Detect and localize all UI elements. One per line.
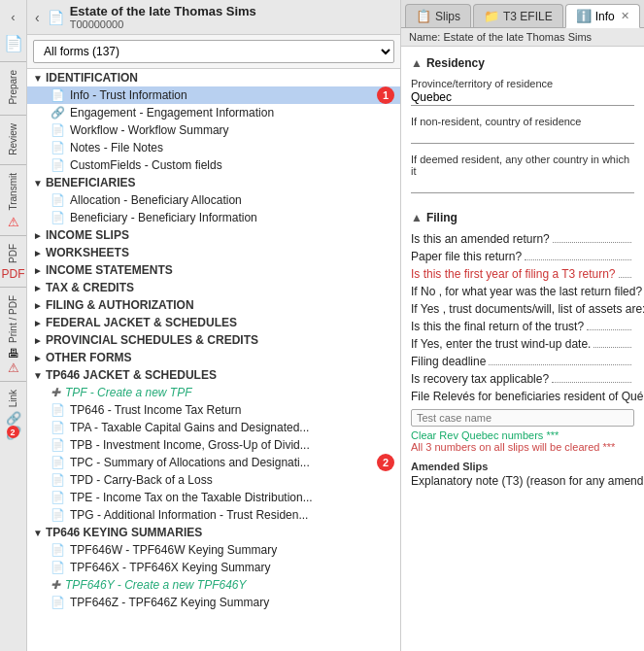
doc-icon: 📄: [4, 31, 23, 55]
province-field: Province/territory of residence Quebec: [411, 78, 634, 106]
test-case-input[interactable]: [411, 409, 634, 427]
row-recovery-tax[interactable]: Is recovery tax applicable?: [411, 372, 634, 386]
section-tp646-keying[interactable]: ▼ TP646 KEYING SUMMARIES: [27, 524, 400, 541]
tree-item-tpb[interactable]: 📄 TPB - Investment Income, Gross-Up of D…: [27, 436, 400, 454]
tp646-icon: 📄: [51, 403, 65, 417]
amended-return-dots: [553, 233, 631, 243]
section-beneficiaries-label: BENEFICIARIES: [46, 176, 136, 189]
section-filing-auth[interactable]: ► FILING & AUTHORIZATION: [27, 296, 400, 314]
sidebar-label-pdf[interactable]: PDF: [6, 240, 20, 267]
tab-slips[interactable]: 📋 Slips: [405, 4, 471, 27]
estate-title: Estate of the late Thomas Sims: [70, 4, 256, 18]
right-content: ▲ Residency Province/territory of reside…: [401, 47, 644, 651]
tree-item-tpg[interactable]: 📄 TPG - Additional Information - Trust R…: [27, 506, 400, 524]
tree-item-tpf646w[interactable]: 📄 TPF646W - TPF646W Keying Summary: [27, 541, 400, 559]
section-tax-credits-label: TAX & CREDITS: [46, 281, 134, 294]
tpf646x-label: TPF646X - TPF646X Keying Summary: [70, 561, 271, 574]
sidebar-label-prepare[interactable]: Prepare: [6, 66, 20, 109]
form-select[interactable]: All forms (137): [33, 40, 394, 63]
estate-id: T00000000: [70, 18, 256, 30]
section-beneficiaries[interactable]: ▼ BENEFICIARIES: [27, 174, 400, 191]
tpc-badge-2: 2: [377, 454, 394, 471]
arrow-income-slips: ►: [33, 230, 43, 241]
yes-wind-up-label: If Yes, enter the trust wind-up date.: [411, 337, 591, 351]
tree-item-tpc[interactable]: 📄 TPC - Summary of Allocations and Desig…: [27, 454, 400, 471]
row-amended-return[interactable]: Is this an amended return?: [411, 232, 634, 246]
section-other-forms[interactable]: ► OTHER FORMS: [27, 349, 400, 366]
row-paper-file[interactable]: Paper file this return?: [411, 250, 634, 263]
section-provincial-schedules-label: PROVINCIAL SCHEDULES & CREDITS: [46, 333, 258, 347]
nonresident-value[interactable]: [411, 128, 634, 144]
tree-item-notes[interactable]: 📄 Notes - File Notes: [27, 139, 400, 156]
tree-item-tpe[interactable]: 📄 TPE - Income Tax on the Taxable Distri…: [27, 489, 400, 506]
info-trust-label: Info - Trust Information: [70, 88, 187, 102]
tree-item-customfields[interactable]: 📄 CustomFields - Custom fields: [27, 156, 400, 174]
filing-deadline-label: Filing deadline: [411, 355, 486, 368]
residency-title: Residency: [426, 56, 485, 70]
section-tax-credits[interactable]: ► TAX & CREDITS: [27, 279, 400, 296]
section-tp646-jacket[interactable]: ▼ TP646 JACKET & SCHEDULES: [27, 366, 400, 384]
main-area: ‹ 📄 Estate of the late Thomas Sims T0000…: [27, 0, 644, 651]
row-yes-wind-up[interactable]: If Yes, enter the trust wind-up date.: [411, 337, 634, 351]
arrow-tax-credits: ►: [33, 283, 43, 293]
workflow-icon: 📄: [51, 123, 65, 137]
row-no-last-year[interactable]: If No , for what year was the last retur…: [411, 285, 634, 298]
tpf646z-label: TPF646Z - TPF646Z Keying Summary: [70, 596, 269, 609]
collapse-btn[interactable]: ‹: [1, 4, 26, 29]
filing-arrow: ▲: [411, 211, 423, 224]
arrow-tp646-jacket: ▼: [33, 370, 43, 381]
final-return-dots: [587, 321, 631, 330]
deemed-resident-label: If deemed resident, any other country in…: [411, 154, 634, 177]
row-filing-deadline[interactable]: Filing deadline: [411, 355, 634, 368]
section-identification[interactable]: ▼ IDENTIFICATION: [27, 69, 400, 86]
row-first-year[interactable]: Is this the first year of filing a T3 re…: [411, 267, 634, 281]
notes-label: Notes - File Notes: [70, 141, 163, 154]
section-tp646-keying-label: TP646 KEYING SUMMARIES: [46, 526, 202, 539]
tree-item-engagement[interactable]: 🔗 Engagement - Engagement Information: [27, 104, 400, 121]
paper-file-label: Paper file this return?: [411, 250, 522, 263]
tab-info[interactable]: ℹ️ Info ✕: [565, 4, 640, 28]
tree-item-allocation[interactable]: 📄 Allocation - Beneficiary Allocation: [27, 191, 400, 209]
section-federal-jacket[interactable]: ► FEDERAL JACKET & SCHEDULES: [27, 314, 400, 331]
tab-info-close[interactable]: ✕: [621, 10, 629, 22]
tree-item-beneficiary[interactable]: 📄 Beneficiary - Beneficiary Information: [27, 209, 400, 226]
tree-item-tpf-create[interactable]: ✚ TPF - Create a new TPF: [27, 384, 400, 401]
province-value[interactable]: Quebec: [411, 90, 634, 106]
section-identification-label: IDENTIFICATION: [46, 71, 138, 85]
customfields-icon: 📄: [51, 158, 65, 172]
tree-item-tpd[interactable]: 📄 TPD - Carry-Back of a Loss: [27, 471, 400, 489]
tree-item-workflow[interactable]: 📄 Workflow - Workflow Summary: [27, 121, 400, 139]
section-provincial-schedules[interactable]: ► PROVINCIAL SCHEDULES & CREDITS: [27, 331, 400, 349]
residency-header: ▲ Residency: [411, 56, 634, 70]
tree-item-info-trust[interactable]: 📄 Info - Trust Information 1: [27, 86, 400, 104]
tp646-label: TP646 - Trust Income Tax Return: [70, 403, 242, 417]
beneficiary-label: Beneficiary - Beneficiary Information: [70, 211, 257, 224]
amended-slips-note[interactable]: Explanatory note (T3) (reason for any am…: [411, 474, 634, 488]
tree-item-tpf646z[interactable]: 📄 TPF646Z - TPF646Z Keying Summary: [27, 594, 400, 611]
tree-item-tp646[interactable]: 📄 TP646 - Trust Income Tax Return: [27, 401, 400, 419]
row-file-releves[interactable]: File Relevés for beneficiaries resident …: [411, 390, 634, 403]
tab-t3efile[interactable]: 📁 T3 EFILE: [473, 4, 563, 27]
section-income-statements-label: INCOME STATEMENTS: [46, 263, 173, 277]
sidebar-label-print[interactable]: Print / PDF: [6, 291, 20, 347]
sidebar-label-link[interactable]: Link: [6, 386, 20, 411]
row-final-return[interactable]: Is this the final return of the trust?: [411, 320, 634, 333]
deemed-resident-value[interactable]: [411, 178, 634, 193]
sidebar-label-review[interactable]: Review: [6, 120, 20, 159]
form-select-row: All forms (137): [27, 35, 400, 69]
yes-trust-docs-label: If Yes , trust documents/will, list of a…: [411, 302, 644, 316]
recovery-tax-label: Is recovery tax applicable?: [411, 372, 549, 386]
paper-file-dots: [525, 251, 631, 260]
sidebar-label-transmit[interactable]: Transmit: [6, 169, 20, 215]
link-icon: 🔗: [6, 411, 21, 426]
tree-collapse-btn[interactable]: ‹: [33, 10, 42, 25]
row-yes-trust-docs[interactable]: If Yes , trust documents/will, list of a…: [411, 302, 634, 316]
tree-item-tp646y-create[interactable]: ✚ TPF646Y - Create a new TPF646Y: [27, 576, 400, 594]
clear-rev-link[interactable]: Clear Rev Quebec numbers ***: [411, 429, 634, 441]
file-releves-label: File Relevés for beneficiaries resident …: [411, 390, 644, 403]
section-income-statements[interactable]: ► INCOME STATEMENTS: [27, 261, 400, 279]
section-worksheets[interactable]: ► WORKSHEETS: [27, 244, 400, 261]
section-income-slips[interactable]: ► INCOME SLIPS: [27, 226, 400, 244]
tree-item-tpf646x[interactable]: 📄 TPF646X - TPF646X Keying Summary: [27, 559, 400, 576]
tree-item-tpa[interactable]: 📄 TPA - Taxable Capital Gains and Design…: [27, 419, 400, 436]
